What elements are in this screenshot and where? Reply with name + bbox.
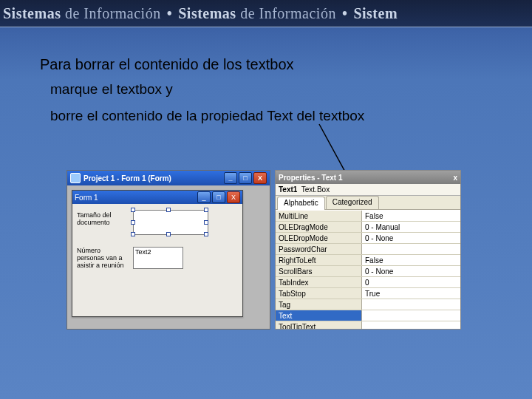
property-row-oledropmode[interactable]: OLEDropMode0 - None xyxy=(276,233,460,244)
textbox-2[interactable]: Text2 xyxy=(133,247,183,269)
property-name: Text xyxy=(276,310,362,321)
resize-handle[interactable] xyxy=(204,220,208,225)
properties-panel: Properties - Text 1 x Text1 Text.Box Alp… xyxy=(275,170,461,330)
banner-word-bold-1: Sistemas xyxy=(3,5,61,22)
instruction-line-2: borre el contenido de la propiedad Text … xyxy=(50,108,364,124)
property-name: ToolTipText xyxy=(276,321,362,329)
form-maximize-button[interactable]: □ xyxy=(212,191,225,203)
textbox-1[interactable] xyxy=(133,210,208,235)
label-numero[interactable]: Número personas van a asistir a reunión xyxy=(75,247,130,270)
property-name: OLEDragMode xyxy=(276,222,362,232)
resize-handle[interactable] xyxy=(131,220,135,225)
property-value[interactable]: 0 xyxy=(362,277,460,287)
close-button[interactable]: X xyxy=(253,172,267,184)
instruction-heading: Para borrar el contenido de los textbox xyxy=(40,56,294,73)
property-row-multiline[interactable]: MultiLineFalse xyxy=(276,211,460,222)
form-canvas[interactable]: Tamaño del documento Número personas van… xyxy=(72,204,242,316)
property-name: TabStop xyxy=(276,288,362,299)
property-row-passwordchar[interactable]: PasswordChar xyxy=(276,244,460,255)
banner-word-bold-3: Sistem xyxy=(353,5,398,22)
banner-rule xyxy=(0,27,532,27)
form-titlebar[interactable]: Form 1 _ □ X xyxy=(72,191,242,204)
tab-categorized[interactable]: Categorized xyxy=(326,196,379,209)
property-name: ScrollBars xyxy=(276,266,362,276)
separator-dot: • xyxy=(167,5,173,22)
maximize-button[interactable]: □ xyxy=(239,172,252,184)
property-name: OLEDropMode xyxy=(276,233,362,243)
property-row-tabstop[interactable]: TabStopTrue xyxy=(276,288,460,299)
property-value[interactable]: 0 - None xyxy=(362,266,460,276)
property-value[interactable] xyxy=(362,321,460,329)
property-row-righttoleft[interactable]: RightToLeftFalse xyxy=(276,255,460,266)
property-name: TabIndex xyxy=(276,277,362,287)
form-title-text: Form 1 xyxy=(75,194,98,202)
property-name: PasswordChar xyxy=(276,244,362,254)
resize-handle[interactable] xyxy=(166,232,171,236)
properties-title-text: Properties - Text 1 xyxy=(279,174,343,182)
ide-titlebar[interactable]: Project 1 - Form 1 (Form) _ □ X xyxy=(67,171,270,185)
property-value[interactable] xyxy=(362,244,460,254)
properties-grid[interactable]: MultiLineFalseOLEDragMode0 - ManualOLEDr… xyxy=(276,210,460,329)
form-designer-window[interactable]: Form 1 _ □ X Tamaño del documento xyxy=(72,190,243,317)
resize-handle[interactable] xyxy=(204,208,208,212)
property-value[interactable]: False xyxy=(362,255,460,265)
property-row-tag[interactable]: Tag xyxy=(276,299,460,310)
ide-body: Form 1 _ □ X Tamaño del documento xyxy=(67,185,270,329)
screenshots-container: Project 1 - Form 1 (Form) _ □ X Form 1 _… xyxy=(66,170,466,332)
banner: Sistemas de Información • Sistemas de In… xyxy=(0,0,532,27)
form-minimize-button[interactable]: _ xyxy=(197,191,211,203)
property-value[interactable]: 0 - None xyxy=(362,233,460,243)
property-row-tabindex[interactable]: TabIndex0 xyxy=(276,277,460,288)
resize-handle[interactable] xyxy=(131,208,135,212)
resize-handle[interactable] xyxy=(204,232,208,236)
property-value[interactable] xyxy=(362,310,460,321)
properties-close-icon[interactable]: x xyxy=(453,174,457,182)
property-value[interactable]: True xyxy=(362,288,460,299)
properties-titlebar[interactable]: Properties - Text 1 x xyxy=(276,171,460,184)
property-value[interactable]: False xyxy=(362,211,460,221)
property-row-tooltiptext[interactable]: ToolTipText xyxy=(276,321,460,329)
property-row-text[interactable]: Text xyxy=(276,310,460,321)
project-icon xyxy=(70,173,81,183)
resize-handle[interactable] xyxy=(166,208,171,212)
ide-window: Project 1 - Form 1 (Form) _ □ X Form 1 _… xyxy=(66,170,270,330)
property-row-scrollbars[interactable]: ScrollBars0 - None xyxy=(276,266,460,277)
separator-dot: • xyxy=(342,5,348,22)
minimize-button[interactable]: _ xyxy=(224,172,237,184)
properties-tabs: Alphabetic Categorized xyxy=(276,196,460,210)
banner-word-light-1: de Información xyxy=(65,5,161,22)
form-close-button[interactable]: X xyxy=(227,191,240,203)
ide-title-text: Project 1 - Form 1 (Form) xyxy=(83,174,171,183)
object-selector[interactable]: Text1 Text.Box xyxy=(276,184,460,196)
object-class: Text.Box xyxy=(301,185,330,194)
instruction-line-1: marque el textbox y xyxy=(50,81,173,98)
property-name: MultiLine xyxy=(276,211,362,221)
property-value[interactable]: 0 - Manual xyxy=(362,222,460,232)
property-name: RightToLeft xyxy=(276,255,362,265)
property-name: Tag xyxy=(276,299,362,310)
property-value[interactable] xyxy=(362,299,460,310)
resize-handle[interactable] xyxy=(131,232,135,236)
label-tamano[interactable]: Tamaño del documento xyxy=(75,211,127,228)
tab-alphabetic[interactable]: Alphabetic xyxy=(277,197,325,210)
object-name: Text1 xyxy=(279,185,297,194)
banner-word-light-2: de Información xyxy=(240,5,336,22)
banner-word-bold-2: Sistemas xyxy=(178,5,236,22)
property-row-oledragmode[interactable]: OLEDragMode0 - Manual xyxy=(276,222,460,233)
